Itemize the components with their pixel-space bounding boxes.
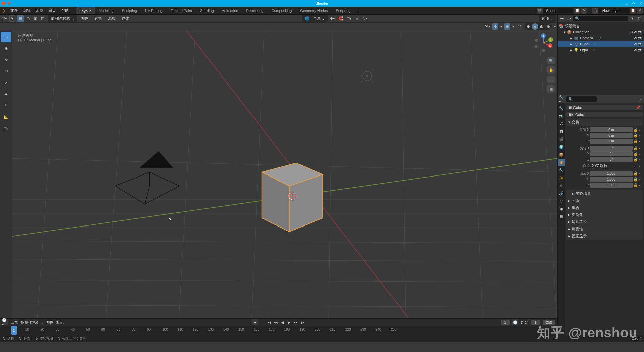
scl-x-input[interactable]: 1.000 [590, 171, 633, 176]
lock-icon[interactable]: 🔓 [633, 157, 638, 162]
prop-tab-constraints[interactable]: 🔗 [558, 190, 565, 197]
timeline-keying[interactable]: 抠像(插帧) [21, 320, 38, 325]
xray-icon[interactable]: ⬚ [516, 23, 522, 30]
scene-name-field[interactable]: Scene [543, 8, 573, 13]
chevron-down-icon[interactable]: ▾ [500, 24, 502, 29]
disclosure-icon[interactable]: ▸ [570, 36, 572, 40]
loc-x-input[interactable]: 0 m [590, 127, 633, 132]
menu-render[interactable]: 渲染 [33, 7, 46, 14]
cursor-tool[interactable]: ⊕ [1, 43, 11, 54]
new-scene-icon[interactable]: 📋 [574, 8, 580, 14]
prop-tab-modifiers[interactable]: 🔧 [558, 166, 565, 174]
annotate-tool[interactable]: ✎ [1, 100, 11, 111]
jump-start-icon[interactable]: ⏮ [266, 319, 272, 325]
viewport-menu-object[interactable]: 物体 [120, 16, 131, 21]
orientation-select[interactable]: 🌐 全局 ⌄ [302, 15, 327, 22]
rot-x-input[interactable]: 0° [590, 146, 633, 151]
close-window-icon[interactable] [1, 1, 5, 5]
object-mode-select[interactable]: ▣ 物体模式 ⌄ [48, 15, 77, 22]
prop-tab-world[interactable]: 🌍 [558, 143, 565, 151]
outliner-type-icon[interactable]: ≡▾ [559, 15, 565, 21]
maximize-icon[interactable]: ◇ [631, 1, 635, 5]
prop-tab-viewlayer[interactable]: 🖼 [558, 128, 565, 135]
prop-tab-scene[interactable]: 🎬 [558, 136, 565, 143]
prop-tab-render[interactable]: 📷 [558, 112, 565, 120]
eye-icon[interactable]: 👁 [634, 48, 637, 52]
viewport-menu-view[interactable]: 视图 [79, 16, 91, 21]
add-cube-tool[interactable]: ⬚₊ [1, 123, 11, 134]
tree-item-camera[interactable]: ▸ 📹 Camera ▽ 👁📷 [558, 35, 644, 41]
timeline-ruler[interactable]: 1 11020304050607080901001101201301401501… [0, 326, 557, 335]
workspace-tab-modeling[interactable]: Modeling [95, 7, 118, 14]
workspace-tab-geometry-nodes[interactable]: Geometry Nodes [296, 7, 332, 14]
pin-icon[interactable]: 📌 [7, 1, 11, 5]
clock-icon[interactable]: 🕐 [512, 319, 518, 325]
rot-z-input[interactable]: 0° [590, 157, 633, 162]
tree-item-cube[interactable]: ▸ ▽ Cube ▽ 👁📷 [558, 41, 644, 47]
timeline-playback[interactable]: 回放 [11, 320, 18, 325]
eye-icon[interactable]: 👁 [634, 42, 637, 46]
render-icon[interactable]: 📷 [638, 30, 643, 34]
rendered-shading-icon[interactable]: ◉ [545, 23, 552, 30]
move-tool[interactable]: ✥ [1, 54, 11, 65]
menu-help[interactable]: 帮助 [59, 7, 72, 14]
options-dropdown[interactable]: 选项 ⌄ [539, 15, 556, 22]
autokey-icon[interactable]: ● [252, 319, 258, 325]
select-box-tool[interactable]: ▭ [1, 32, 11, 42]
tree-scene-collection[interactable]: 📚 场景集合 [558, 23, 644, 29]
perspective-icon[interactable]: ▦ [547, 85, 555, 93]
viewport-menu-add[interactable]: 添加 [106, 16, 118, 21]
lock-icon[interactable]: 🔓 [633, 146, 638, 150]
chevron-down-icon[interactable]: ▾ [512, 24, 514, 29]
render-icon[interactable]: 📷 [638, 48, 643, 52]
checkbox-icon[interactable]: ☑ [630, 30, 633, 34]
timeline-view[interactable]: 视图 [46, 320, 54, 325]
prop-tab-tool[interactable]: 🔧 [558, 105, 565, 112]
close-icon[interactable]: ✕ [639, 1, 643, 5]
prop-tab-particles[interactable]: ✨ [558, 174, 565, 182]
workspace-tab-uv-editing[interactable]: UV Editing [141, 7, 167, 14]
prop-tab-data[interactable]: ▽ [558, 197, 565, 205]
select-mode-4-icon[interactable]: ◫ [39, 15, 46, 22]
view-layer-field[interactable]: View Layer [599, 8, 629, 13]
lock-icon[interactable]: 🔓 [633, 183, 638, 187]
wireframe-shading-icon[interactable]: ⊕ [525, 23, 532, 30]
workspace-tab-sculpting[interactable]: Sculpting [118, 7, 141, 14]
menu-window[interactable]: 窗口 [46, 7, 59, 14]
section-visibility[interactable]: ▸可见性 [566, 225, 643, 233]
disclosure-icon[interactable]: ▸ [570, 48, 572, 52]
lock-icon[interactable]: 🔓 [633, 171, 638, 176]
select-mode-2-icon[interactable]: ▢ [25, 15, 31, 22]
timeline-editor-icon[interactable]: 🕐▾ [2, 319, 8, 325]
current-frame-input[interactable]: 1 [501, 320, 509, 325]
rotate-tool[interactable]: ⟲ [1, 66, 11, 77]
lock-icon[interactable]: 🔓 [633, 177, 638, 182]
prop-tab-material[interactable]: ◉ [558, 205, 565, 212]
scl-z-input[interactable]: 1.000 [590, 183, 633, 188]
pin-icon[interactable]: 📌 [636, 105, 641, 110]
render-icon[interactable]: 📷 [638, 42, 643, 46]
prop-tab-output[interactable]: 🖨 [558, 120, 565, 128]
viewport-menu-select[interactable]: 选择 [93, 16, 104, 21]
object-data-header[interactable]: ▣▾ Cube [566, 112, 643, 117]
filter-icon[interactable]: ▼ [629, 15, 635, 21]
loc-z-input[interactable]: 0 m [590, 139, 633, 144]
section-relations[interactable]: ▸关系 [566, 197, 643, 204]
delete-layer-icon[interactable]: ✕ [637, 8, 643, 14]
chevron-down-icon[interactable]: ▾ [554, 24, 556, 29]
cursor-tool-icon[interactable]: ⬉ [9, 15, 15, 22]
transform-tool[interactable]: ◈ [1, 89, 11, 99]
overlay-toggle-icon[interactable]: ◉ [504, 23, 510, 30]
play-icon[interactable]: ▶ [286, 319, 292, 325]
scl-y-input[interactable]: 1.000 [590, 177, 633, 182]
tree-item-light[interactable]: ▸ 💡 Light ○ 👁📷 [558, 47, 644, 53]
lock-icon[interactable]: 🔓 [633, 152, 638, 156]
workspace-tab-animation[interactable]: Animation [218, 7, 242, 14]
prop-tab-texture[interactable]: ▦ [558, 213, 565, 220]
rotation-mode-select[interactable]: XYZ 欧拉⌄ [590, 163, 638, 169]
lock-icon[interactable]: 🔓 [633, 139, 638, 143]
section-viewport[interactable]: ▸视图显示 [566, 233, 643, 240]
proportional-falloff-icon[interactable]: ∿▾ [362, 16, 368, 22]
tree-collection[interactable]: ▾ 📦 Collection ☑👁📷 [558, 29, 644, 35]
prop-tab-physics[interactable]: ⚛ [558, 182, 565, 189]
